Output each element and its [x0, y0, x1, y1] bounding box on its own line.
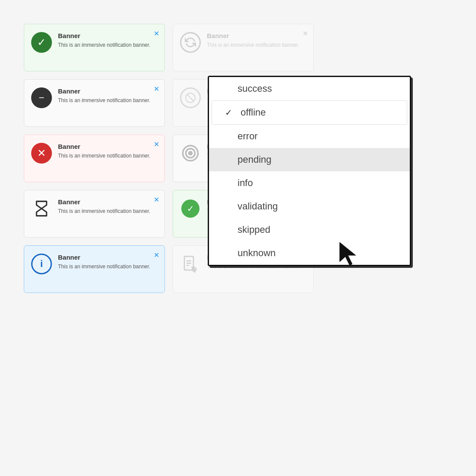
banner-error-content: Banner This is an immersive notification… [58, 143, 158, 160]
error-icon: ✕ [31, 143, 52, 164]
banner-success: ✓ Banner This is an immersive notificati… [24, 24, 165, 71]
banner-info-title: Banner [58, 254, 158, 261]
banner-block-title: Banner [58, 87, 158, 95]
refresh-icon [180, 32, 201, 53]
success2-circle: ✓ [181, 199, 199, 218]
banner-error: ✕ Banner This is an immersive notificati… [24, 135, 165, 182]
dropdown-label-offline: offline [241, 107, 266, 118]
block-icon: − [31, 87, 52, 108]
dropdown-menu[interactable]: success ✓ offline error pending info val… [208, 76, 411, 266]
dropdown-label-skipped: skipped [238, 224, 270, 235]
dropdown-item-success[interactable]: success [209, 77, 410, 100]
dropdown-label-error: error [238, 131, 257, 142]
dropdown-label-info: info [238, 177, 253, 189]
dropdown-label-pending: pending [238, 154, 271, 165]
banner-offline-content: Banner This is an immersive notification… [207, 32, 306, 49]
banner-error-text: This is an immersive notification banner… [58, 152, 158, 160]
document-svg [181, 255, 199, 273]
banner-info-close[interactable]: ✕ [154, 251, 159, 259]
hourglass-svg [33, 200, 50, 217]
banner-pending-content: Banner This is an immersive notification… [58, 198, 158, 215]
dropdown-item-info[interactable]: info [209, 171, 410, 195]
banner-block-content: Banner This is an immersive notification… [58, 87, 158, 104]
banner-error-title: Banner [58, 143, 158, 150]
check-info [222, 177, 232, 189]
success-circle: ✓ [31, 32, 52, 53]
target-icon [180, 143, 201, 164]
check-success [222, 83, 232, 94]
dropdown-item-skipped[interactable]: skipped [209, 218, 410, 241]
check-skipped [222, 224, 232, 235]
banner-success-title: Banner [58, 32, 158, 39]
banner-error-close[interactable]: ✕ [154, 140, 159, 148]
banner-offline-text: This is an immersive notification banner… [207, 41, 306, 49]
banner-pending-text: This is an immersive notification banner… [58, 207, 158, 215]
banner-block-text: This is an immersive notification banner… [58, 96, 158, 104]
banner-info: i Banner This is an immersive notificati… [24, 245, 165, 293]
banner-success-close[interactable]: ✕ [154, 29, 159, 38]
banner-block: − Banner This is an immersive notificati… [24, 79, 165, 127]
svg-line-1 [187, 94, 193, 101]
dropdown-label-success: success [238, 83, 272, 94]
success-icon: ✓ [31, 32, 52, 53]
blocked-gray-icon [180, 87, 201, 108]
check-offline: ✓ [225, 107, 235, 118]
error-circle: ✕ [31, 143, 52, 164]
offline-icon [180, 32, 201, 53]
dropdown-item-error[interactable]: error [209, 125, 410, 148]
banner-block-close[interactable]: ✕ [154, 85, 159, 93]
check-validating [222, 201, 232, 212]
banner-pending: Banner This is an immersive notification… [24, 190, 165, 238]
dropdown-item-offline[interactable]: ✓ offline [212, 100, 407, 125]
info-icon: i [31, 254, 52, 274]
dropdown-item-validating[interactable]: validating [209, 195, 410, 218]
banner-info-text: This is an immersive notification banner… [58, 263, 158, 270]
banner-pending-close[interactable]: ✕ [154, 196, 159, 204]
banner-success-text: This is an immersive notification banner… [58, 41, 158, 49]
dropdown-label-validating: validating [238, 201, 278, 212]
blocked-gray-circle [180, 87, 201, 108]
dropdown-label-unknown: unknown [238, 248, 276, 259]
banner-offline: Banner This is an immersive notification… [173, 24, 314, 71]
success2-icon: ✓ [180, 198, 201, 219]
check-unknown [222, 248, 232, 259]
block-circle: − [31, 87, 52, 108]
check-error [222, 131, 232, 142]
check-pending [222, 154, 232, 165]
banner-offline-title: Banner [207, 32, 306, 39]
banner-info-content: Banner This is an immersive notification… [58, 254, 158, 270]
svg-point-4 [189, 152, 192, 155]
hourglass-icon [31, 198, 52, 219]
banner-success-content: Banner This is an immersive notification… [58, 32, 158, 49]
banner-offline-close[interactable]: ✕ [302, 29, 308, 38]
info-circle: i [31, 254, 52, 274]
document-icon [180, 254, 201, 274]
dropdown-item-unknown[interactable]: unknown [209, 241, 410, 265]
dropdown-item-pending[interactable]: pending [209, 148, 410, 171]
blocked-svg [185, 92, 196, 103]
target-svg [181, 144, 199, 162]
refresh-svg [185, 37, 196, 48]
banner-pending-title: Banner [58, 198, 158, 206]
